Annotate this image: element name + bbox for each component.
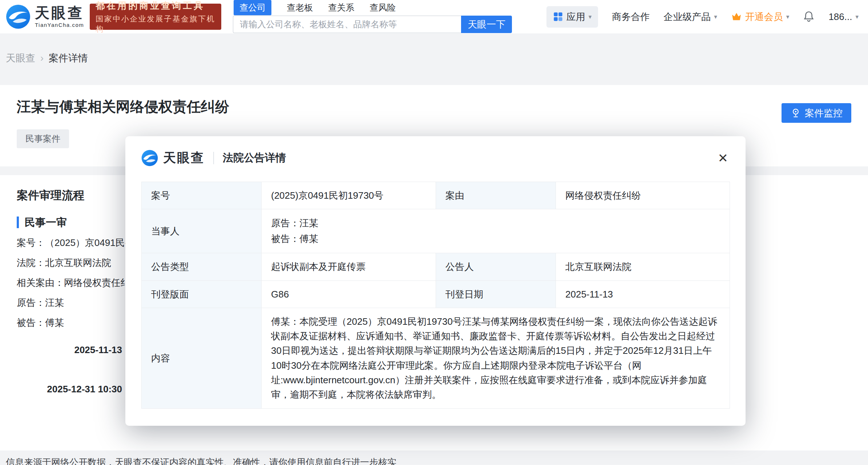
search-tab-company[interactable]: 查公司 bbox=[234, 0, 271, 15]
search-input[interactable] bbox=[233, 16, 461, 33]
tianyancha-logo-icon bbox=[141, 150, 158, 166]
nav-vip[interactable]: 开通会员 ▾ bbox=[731, 11, 790, 23]
edition-value: G86 bbox=[262, 280, 436, 308]
notice-type-label: 公告类型 bbox=[142, 253, 262, 280]
search-tab-risk[interactable]: 查风险 bbox=[370, 2, 396, 13]
crown-icon bbox=[731, 11, 742, 22]
chevron-down-icon: ▾ bbox=[855, 13, 859, 21]
nav-enterprise-label: 企业级产品 bbox=[663, 11, 711, 23]
apps-grid-icon bbox=[553, 12, 563, 22]
page-title: 汪某与傅某相关网络侵权责任纠纷 bbox=[17, 99, 851, 115]
search-tab-relation[interactable]: 查关系 bbox=[328, 2, 354, 13]
nav-account-phone: 186... bbox=[828, 11, 852, 23]
timeline-item: 2025-11-13 bbox=[17, 344, 139, 356]
plaintiff-line: 原告：汪某 bbox=[271, 215, 720, 231]
tianyancha-logo-icon bbox=[6, 4, 31, 29]
case-monitor-label: 案件监控 bbox=[805, 107, 843, 120]
modal-header: 天眼查 法院公告详情 ✕ bbox=[125, 136, 746, 177]
parties-value: 原告：汪某 被告：傅某 bbox=[262, 209, 730, 253]
case-no-value: (2025)京0491民初19730号 bbox=[262, 182, 436, 209]
content-label: 内容 bbox=[142, 308, 262, 408]
breadcrumb-current: 案件详情 bbox=[49, 52, 88, 65]
search-tab-boss[interactable]: 查老板 bbox=[287, 2, 313, 13]
breadcrumb-home[interactable]: 天眼查 bbox=[6, 52, 35, 65]
table-row: 刊登版面 G86 刊登日期 2025-11-13 bbox=[142, 280, 730, 308]
promo-banner: 都在用的商业查询工具 国家中小企业发展子基金旗下机构 bbox=[90, 4, 221, 30]
modal-brand-name: 天眼查 bbox=[163, 149, 205, 166]
edition-label: 刊登版面 bbox=[142, 280, 262, 308]
case-monitor-button[interactable]: 案件监控 bbox=[782, 103, 851, 123]
court-notice-modal: 天眼查 法院公告详情 ✕ 案号 (2025)京0491民初19730号 案由 网… bbox=[125, 136, 746, 426]
breadcrumb-separator-icon: › bbox=[40, 53, 44, 64]
notice-type-value: 起诉状副本及开庭传票 bbox=[262, 253, 436, 280]
cause-value: 网络侵权责任纠纷 bbox=[556, 182, 730, 209]
chevron-down-icon: ▾ bbox=[786, 13, 790, 21]
brand-domain: TianYanCha.com bbox=[35, 22, 84, 28]
close-icon[interactable]: ✕ bbox=[716, 150, 730, 166]
pub-date-label: 刊登日期 bbox=[436, 280, 556, 308]
table-row: 公告类型 起诉状副本及开庭传票 公告人 北京互联网法院 bbox=[142, 253, 730, 280]
nav-apps-label: 应用 bbox=[566, 11, 585, 23]
cause-label: 案由 bbox=[436, 182, 556, 209]
footer-disclaimer: 信息来源于网络公开数据，天眼查不保证内容的真实性、准确性，请你使用信息前自行进一… bbox=[0, 450, 868, 465]
top-header: 天眼查 TianYanCha.com 都在用的商业查询工具 国家中小企业发展子基… bbox=[0, 0, 868, 33]
nav-cooperation-label: 商务合作 bbox=[612, 11, 650, 23]
modal-header-divider bbox=[213, 152, 214, 164]
header-nav: 应用 ▾ 商务合作 企业级产品 ▾ 开通会员 ▾ 186... ▾ bbox=[546, 6, 859, 28]
nav-enterprise[interactable]: 企业级产品 ▾ bbox=[663, 11, 717, 23]
nav-apps[interactable]: 应用 ▾ bbox=[546, 6, 598, 28]
parties-label: 当事人 bbox=[142, 209, 262, 253]
breadcrumb: 天眼查 › 案件详情 bbox=[0, 33, 868, 65]
modal-title: 法院公告详情 bbox=[223, 151, 286, 165]
search-tabs: 查公司 查老板 查关系 查风险 bbox=[233, 0, 512, 15]
bell-icon bbox=[803, 11, 815, 23]
pub-date-value: 2025-11-13 bbox=[556, 280, 730, 308]
case-type-badge: 民事案件 bbox=[17, 129, 69, 148]
table-row: 当事人 原告：汪某 被告：傅某 bbox=[142, 209, 730, 253]
table-row: 案号 (2025)京0491民初19730号 案由 网络侵权责任纠纷 bbox=[142, 182, 730, 209]
chevron-down-icon: ▾ bbox=[714, 13, 717, 21]
search-button[interactable]: 天眼一下 bbox=[461, 16, 512, 33]
case-timeline: 2025-11-13 2025-12-31 10:30 bbox=[17, 344, 139, 395]
court-notice-table: 案号 (2025)京0491民初19730号 案由 网络侵权责任纠纷 当事人 原… bbox=[141, 182, 730, 409]
timeline-date: 2025-11-13 bbox=[74, 344, 122, 355]
promo-line-2: 国家中小企业发展子基金旗下机构 bbox=[96, 14, 215, 34]
search-area: 查公司 查老板 查关系 查风险 天眼一下 bbox=[233, 0, 512, 33]
notification-bell[interactable] bbox=[803, 11, 815, 23]
announcer-value: 北京互联网法院 bbox=[556, 253, 730, 280]
brand-name: 天眼查 bbox=[35, 5, 84, 20]
nav-cooperation[interactable]: 商务合作 bbox=[612, 11, 650, 23]
defendant-line: 被告：傅某 bbox=[271, 231, 720, 247]
monitor-camera-icon bbox=[790, 108, 801, 118]
nav-vip-label: 开通会员 bbox=[745, 11, 783, 23]
announcer-label: 公告人 bbox=[436, 253, 556, 280]
timeline-item: 2025-12-31 10:30 bbox=[17, 383, 139, 395]
logo[interactable]: 天眼查 TianYanCha.com bbox=[6, 4, 84, 29]
content-value: 傅某：本院受理（2025）京0491民初19730号汪某与傅某网络侵权责任纠纷一… bbox=[262, 308, 730, 408]
nav-account[interactable]: 186... ▾ bbox=[828, 11, 859, 23]
timeline-date: 2025-12-31 10:30 bbox=[47, 384, 122, 395]
chevron-down-icon: ▾ bbox=[589, 13, 592, 21]
table-row: 内容 傅某：本院受理（2025）京0491民初19730号汪某与傅某网络侵权责任… bbox=[142, 308, 730, 408]
promo-line-1: 都在用的商业查询工具 bbox=[96, 0, 215, 12]
case-no-label: 案号 bbox=[142, 182, 262, 209]
